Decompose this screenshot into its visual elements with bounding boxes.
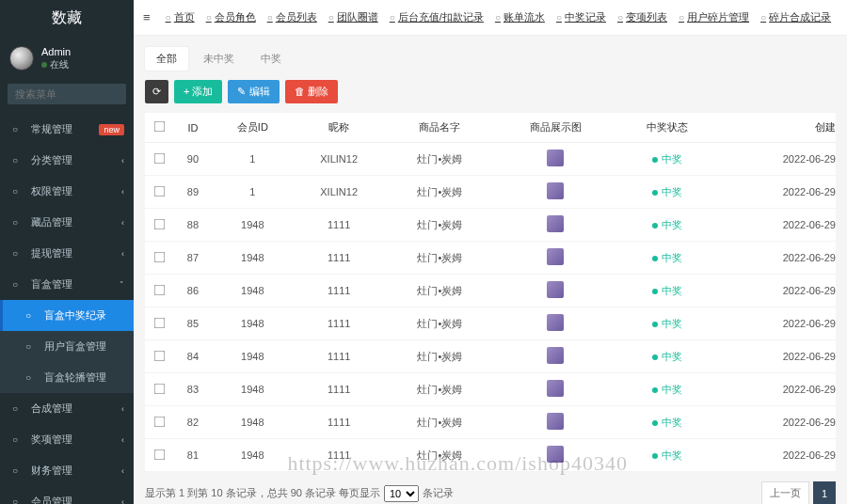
row-checkbox[interactable] — [153, 251, 165, 262]
product-thumbnail[interactable] — [547, 281, 564, 298]
tab-bar: 全部未中奖中奖 — [145, 47, 836, 71]
row-checkbox[interactable] — [153, 185, 165, 197]
product-thumbnail[interactable] — [547, 150, 564, 166]
table-row[interactable]: 891XILIN12灶门•炭姆中奖2022-06-29 — [145, 176, 836, 209]
brand-title: 数藏 — [0, 0, 134, 36]
table-row[interactable]: 8119481111灶门•炭姆中奖2022-06-29 — [145, 439, 836, 472]
menu-item-icon: ○ — [12, 279, 25, 290]
page-1-button[interactable]: 1 — [813, 481, 836, 504]
row-checkbox[interactable] — [153, 449, 165, 460]
cell-date: 2022-06-29 — [718, 406, 836, 439]
topnav-后台充值/扣款记录[interactable]: ○后台充值/扣款记录 — [390, 10, 484, 24]
row-checkbox[interactable] — [153, 350, 165, 361]
cell-date: 2022-06-29 — [718, 340, 836, 373]
product-thumbnail[interactable] — [547, 446, 564, 463]
topnav-会员角色[interactable]: ○会员角色 — [206, 10, 256, 24]
table-row[interactable]: 8419481111灶门•炭姆中奖2022-06-29 — [145, 340, 836, 373]
cell-member-id: 1 — [213, 176, 293, 209]
topnav-首页[interactable]: ○首页 — [166, 10, 195, 24]
table-row[interactable]: 8319481111灶门•炭姆中奖2022-06-29 — [145, 373, 836, 406]
edit-button[interactable]: ✎ 编辑 — [228, 80, 279, 103]
page-size-select[interactable]: 10 — [384, 485, 419, 502]
product-thumbnail[interactable] — [547, 347, 564, 364]
topnav-用户碎片管理[interactable]: ○用户碎片管理 — [679, 10, 749, 24]
table-row[interactable]: 8719481111灶门•炭姆中奖2022-06-29 — [145, 242, 836, 275]
sidebar-item-常规管理[interactable]: ○常规管理new — [0, 114, 134, 145]
menu-toggle-icon[interactable]: ≡ — [143, 10, 151, 24]
product-thumbnail[interactable] — [547, 314, 564, 331]
topnav-团队圈谱[interactable]: ○团队圈谱 — [328, 10, 378, 24]
cell-product: 灶门•炭姆 — [386, 373, 495, 406]
table-row[interactable]: 8819481111灶门•炭姆中奖2022-06-29 — [145, 209, 836, 242]
topnav-账单流水[interactable]: ○账单流水 — [495, 10, 545, 24]
chevron-left-icon: ‹ — [121, 466, 124, 476]
table-row[interactable]: 8219481111灶门•炭姆中奖2022-06-29 — [145, 406, 836, 439]
topnav-会员列表[interactable]: ○会员列表 — [267, 10, 317, 24]
cell-thumb — [494, 439, 616, 472]
sidebar-subitem-盲盒中奖纪录[interactable]: ○盲盒中奖纪录 — [0, 300, 134, 331]
sidebar-item-合成管理[interactable]: ○合成管理‹ — [0, 393, 134, 424]
sidebar-item-权限管理[interactable]: ○权限管理‹ — [0, 176, 134, 207]
table-row[interactable]: 901XILIN12灶门•炭姆中奖2022-06-29 — [145, 143, 836, 176]
product-thumbnail[interactable] — [547, 248, 564, 265]
table-row[interactable]: 8619481111灶门•炭姆中奖2022-06-29 — [145, 275, 836, 307]
sidebar-item-奖项管理[interactable]: ○奖项管理‹ — [0, 424, 134, 455]
cell-id: 88 — [173, 209, 213, 242]
tab-中奖[interactable]: 中奖 — [249, 47, 293, 71]
table-row[interactable]: 8519481111灶门•炭姆中奖2022-06-29 — [145, 307, 836, 340]
delete-button[interactable]: 🗑 删除 — [285, 80, 338, 103]
pager: 上一页 1 — [761, 481, 836, 504]
circle-icon: ○ — [556, 12, 562, 23]
product-thumbnail[interactable] — [547, 215, 564, 232]
row-checkbox[interactable] — [153, 284, 165, 295]
product-thumbnail[interactable] — [547, 182, 564, 199]
row-checkbox[interactable] — [153, 383, 165, 394]
row-checkbox[interactable] — [153, 317, 165, 328]
sidebar-subitem-盲盒轮播管理[interactable]: ○盲盒轮播管理 — [0, 362, 134, 393]
cell-product: 灶门•炭姆 — [386, 176, 495, 209]
search-input[interactable] — [8, 84, 126, 104]
product-thumbnail[interactable] — [547, 380, 564, 397]
prev-page-button[interactable]: 上一页 — [761, 481, 809, 504]
menu-item-icon: ○ — [25, 372, 39, 383]
cell-member-id: 1948 — [213, 340, 293, 373]
row-checkbox[interactable] — [153, 416, 165, 427]
cell-date: 2022-06-29 — [718, 176, 836, 209]
menu-item-icon: ○ — [12, 124, 25, 134]
topnav-中奖记录[interactable]: ○中奖记录 — [556, 10, 606, 24]
cell-status: 中奖 — [617, 242, 719, 275]
sidebar-item-提现管理[interactable]: ○提现管理‹ — [0, 238, 134, 269]
tab-全部[interactable]: 全部 — [145, 47, 188, 71]
cell-thumb — [494, 176, 616, 209]
menu-item-icon: ○ — [12, 186, 25, 197]
tab-未中奖[interactable]: 未中奖 — [192, 47, 246, 71]
cell-thumb — [494, 307, 616, 340]
table-footer: 显示第 1 到第 10 条记录，总共 90 条记录 每页显示 10 条记录 上一… — [145, 472, 836, 504]
topnav-变项列表[interactable]: ○变项列表 — [617, 10, 667, 24]
select-all-checkbox[interactable] — [153, 121, 165, 133]
cell-id: 87 — [173, 242, 213, 275]
refresh-button[interactable]: ⟳ — [145, 80, 168, 103]
circle-icon: ○ — [390, 12, 395, 23]
circle-icon: ○ — [166, 12, 171, 23]
cell-date: 2022-06-29 — [718, 143, 836, 176]
sidebar-item-盲盒管理[interactable]: ○盲盒管理˅ — [0, 269, 134, 300]
cell-thumb — [494, 275, 616, 307]
add-button[interactable]: + 添加 — [174, 80, 222, 103]
topnav-碎片合成记录[interactable]: ○碎片合成记录 — [760, 10, 831, 24]
sidebar-item-财务管理[interactable]: ○财务管理‹ — [0, 455, 134, 486]
avatar[interactable] — [9, 46, 34, 71]
cell-member-id: 1948 — [213, 242, 293, 275]
sidebar-item-会员管理[interactable]: ○会员管理‹ — [0, 486, 134, 504]
cell-member-id: 1948 — [213, 373, 293, 406]
sidebar-subitem-用户盲盒管理[interactable]: ○用户盲盒管理 — [0, 331, 134, 362]
cell-status: 中奖 — [617, 439, 719, 472]
sidebar-item-藏品管理[interactable]: ○藏品管理‹ — [0, 207, 134, 238]
toolbar: ⟳ + 添加 ✎ 编辑 🗑 删除 — [145, 80, 836, 103]
row-checkbox[interactable] — [153, 152, 165, 164]
product-thumbnail[interactable] — [547, 413, 564, 430]
sidebar-item-分类管理[interactable]: ○分类管理‹ — [0, 145, 134, 176]
cell-status: 中奖 — [617, 406, 719, 439]
cell-nickname: 1111 — [293, 242, 386, 275]
row-checkbox[interactable] — [153, 218, 165, 229]
